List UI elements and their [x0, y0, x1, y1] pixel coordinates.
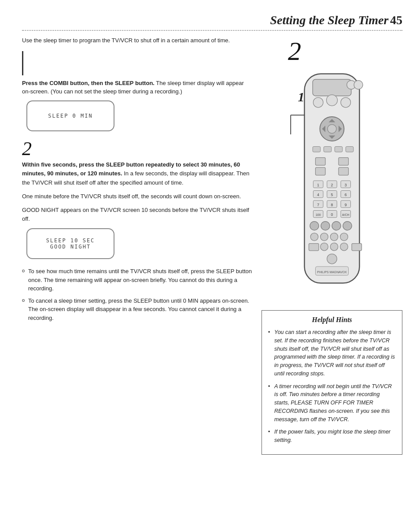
right-step-number: 2: [288, 36, 402, 67]
svg-text:A/CH: A/CH: [342, 213, 349, 216]
step2-para2: One minute before the TV/VCR shuts itsel…: [22, 192, 253, 201]
svg-point-6: [341, 97, 351, 108]
hints-title: Helpful Hints: [268, 316, 396, 324]
svg-rect-14: [324, 147, 332, 152]
svg-text:1: 1: [298, 89, 305, 104]
svg-text:5: 5: [331, 193, 333, 197]
svg-point-8: [328, 125, 336, 133]
right-column: 2: [262, 36, 402, 455]
svg-rect-18: [316, 167, 326, 175]
remote-container: 1 2 3 4 5 6 7 8 9: [262, 68, 402, 307]
page-number: 45: [390, 13, 402, 27]
svg-point-3: [354, 81, 363, 89]
screen-text-2b: GOOD NIGHT: [46, 244, 95, 250]
svg-text:1: 1: [317, 183, 319, 187]
svg-rect-1: [313, 79, 351, 96]
hints-list: You can start a recording after the slee…: [268, 328, 396, 445]
svg-point-5: [327, 95, 338, 106]
screen-text-2a: SLEEP 10 SEC: [46, 237, 95, 244]
hints-box: Helpful Hints You can start a recording …: [262, 310, 402, 455]
svg-point-55: [330, 243, 338, 251]
svg-text:2: 2: [331, 183, 333, 187]
svg-point-54: [321, 243, 328, 251]
step1-bold: Press the COMBI button, then the SLEEP b…: [22, 80, 155, 86]
svg-rect-15: [335, 147, 343, 152]
hint-item-2: A timer recording will not begin until t…: [268, 382, 396, 424]
step1-indicator: [22, 51, 253, 75]
svg-rect-57: [352, 244, 362, 251]
bullet-item-2: To cancel a sleep timer setting, press t…: [22, 297, 253, 323]
page: Setting the Sleep Timer 45 Use the sleep…: [0, 0, 420, 508]
svg-rect-53: [309, 244, 319, 251]
svg-text:0: 0: [331, 212, 333, 217]
step2-para3: GOOD NIGHT appears on the TV/VCR screen …: [22, 206, 253, 224]
svg-text:4: 4: [317, 193, 319, 197]
step1-instruction: Press the COMBI button, then the SLEEP b…: [22, 79, 253, 96]
remote-svg: 1 2 3 4 5 6 7 8 9: [288, 68, 376, 300]
svg-point-52: [340, 233, 348, 241]
svg-point-4: [313, 97, 324, 108]
intro-text: Use the sleep timer to program the TV/VC…: [22, 36, 253, 45]
left-column: Use the sleep timer to program the TV/VC…: [22, 36, 253, 455]
svg-rect-20: [339, 167, 349, 175]
bullet-list: To see how much time remains until the T…: [22, 267, 253, 322]
page-header: Setting the Sleep Timer 45: [22, 13, 402, 31]
svg-point-49: [310, 233, 318, 241]
svg-text:3: 3: [345, 183, 347, 187]
screen-text-1: SLEEP 0 MIN: [48, 113, 92, 119]
svg-point-56: [340, 243, 348, 251]
svg-rect-13: [313, 147, 321, 152]
svg-text:7: 7: [317, 203, 319, 207]
svg-point-47: [332, 222, 341, 230]
hint-item-3: If the power fails, you might lose the s…: [268, 428, 396, 445]
svg-rect-19: [339, 158, 349, 166]
svg-point-58: [327, 254, 337, 264]
svg-rect-16: [346, 147, 354, 152]
svg-text:100: 100: [316, 213, 321, 216]
svg-text:9: 9: [345, 203, 347, 207]
svg-point-45: [310, 222, 319, 230]
step2-number: 2: [22, 139, 253, 159]
svg-text:6: 6: [345, 193, 347, 197]
main-layout: Use the sleep timer to program the TV/VC…: [22, 36, 402, 455]
screen-display-1: SLEEP 0 MIN: [26, 100, 114, 131]
svg-point-48: [343, 222, 352, 230]
svg-text:PHILIPS MAGNAVOX: PHILIPS MAGNAVOX: [317, 271, 347, 274]
svg-point-51: [330, 233, 338, 241]
step2-instruction: Within five seconds, press the SLEEP but…: [22, 160, 253, 188]
svg-point-46: [321, 222, 330, 230]
hint-item-1: You can start a recording after the slee…: [268, 328, 396, 378]
page-title: Setting the Sleep Timer: [270, 13, 389, 27]
screen-display-2: SLEEP 10 SEC GOOD NIGHT: [26, 228, 114, 259]
step1-bar: [22, 51, 23, 75]
bullet-item-1: To see how much time remains until the T…: [22, 267, 253, 293]
svg-point-50: [321, 233, 328, 241]
svg-rect-17: [316, 158, 326, 166]
svg-text:8: 8: [331, 203, 333, 207]
